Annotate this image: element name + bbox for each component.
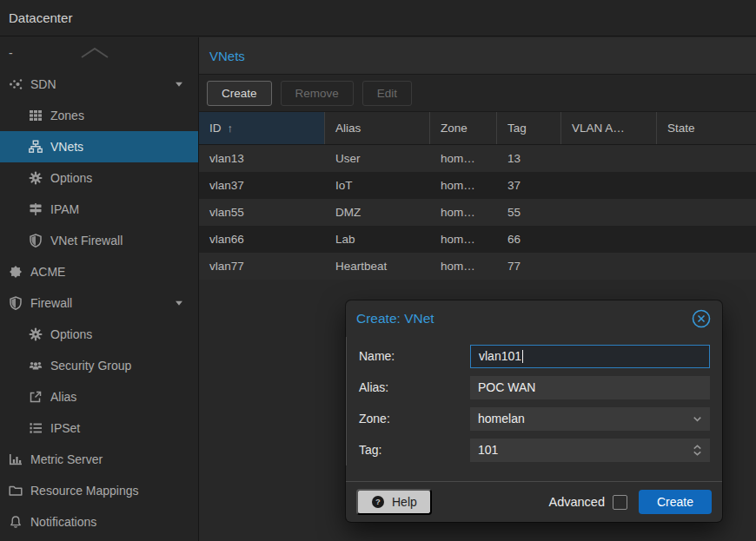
alias-field[interactable]: POC WAN (470, 376, 710, 399)
help-button[interactable]: ? Help (356, 489, 432, 515)
table-row[interactable]: vlan13 User hom… 13 (199, 145, 756, 172)
column-header-alias[interactable]: Alias (325, 112, 430, 144)
spinner-up-down-icon[interactable] (691, 443, 704, 458)
cell-alias: IoT (325, 172, 430, 199)
signpost-icon (29, 202, 43, 216)
column-header-id[interactable]: ID ↑ (199, 112, 325, 144)
table-row[interactable]: vlan55 DMZ hom… 55 (199, 199, 756, 226)
sidebar: - SDN Zones VNets Options (0, 37, 198, 541)
users-icon (29, 359, 43, 373)
close-icon[interactable] (691, 308, 712, 329)
cell-id: vlan37 (199, 172, 325, 199)
top-bar: Datacenter (0, 0, 756, 36)
advanced-checkbox[interactable] (613, 495, 627, 510)
sidebar-item-sdn-options[interactable]: Options (0, 162, 198, 194)
sidebar-item-label: Options (50, 171, 92, 185)
cell-tag: 55 (497, 199, 561, 226)
sidebar-item-resource-mappings[interactable]: Resource Mappings (0, 475, 198, 506)
sidebar-item-label: Options (50, 327, 92, 341)
create-button[interactable]: Create (207, 81, 272, 106)
sidebar-scroll-label: - (9, 46, 13, 60)
dialog-create-button[interactable]: Create (639, 490, 712, 514)
dialog-title: Create: VNet (356, 311, 434, 327)
ordered-list-icon (29, 421, 43, 435)
question-circle-icon: ? (371, 495, 385, 509)
sidebar-item-vnets[interactable]: VNets (0, 131, 198, 162)
sidebar-item-firewall-options[interactable]: Options (0, 319, 198, 350)
sidebar-item-sdn[interactable]: SDN (0, 69, 198, 100)
sidebar-item-label: Zones (50, 109, 84, 122)
sidebar-item-label: VNets (50, 140, 83, 154)
dialog-form: Name: vlan101 Alias: POC WAN Zone: homel… (346, 337, 722, 465)
sidebar-item-security-group[interactable]: Security Group (0, 350, 198, 381)
sidebar-item-label: Notifications (30, 515, 96, 529)
cell-tag: 13 (497, 145, 561, 172)
cell-zone: hom… (430, 226, 497, 253)
column-header-state[interactable]: State (657, 112, 756, 144)
table-row[interactable]: vlan66 Lab hom… 66 (199, 226, 756, 253)
sidebar-item-metric-server[interactable]: Metric Server (0, 444, 198, 475)
column-header-vlan-aware[interactable]: VLAN A… (561, 112, 657, 144)
shield-icon (9, 296, 23, 310)
dialog-header: Create: VNet (346, 300, 722, 337)
cell-zone: hom… (430, 172, 497, 199)
cell-alias: User (325, 145, 430, 172)
name-field-label: Name: (359, 349, 470, 363)
cell-state (657, 253, 756, 280)
gear-icon (29, 171, 43, 185)
cell-tag: 37 (497, 172, 561, 199)
folder-icon (9, 484, 23, 498)
sidebar-item-label: IPSet (50, 421, 80, 435)
cell-zone: hom… (430, 199, 497, 226)
grid-icon (29, 109, 43, 122)
cell-id: vlan13 (199, 145, 325, 172)
cell-vlan-aware (561, 172, 657, 199)
sidebar-item-acme[interactable]: ACME (0, 256, 198, 287)
caret-down-icon[interactable] (173, 78, 185, 90)
network-icon (29, 140, 43, 154)
sidebar-item-vnet-firewall[interactable]: VNet Firewall (0, 225, 198, 256)
sidebar-item-alias[interactable]: Alias (0, 381, 198, 412)
chevron-up-icon[interactable] (78, 46, 111, 60)
page-title: VNets (209, 49, 245, 63)
gear-icon (29, 327, 43, 341)
cell-tag: 77 (497, 253, 561, 280)
dialog-footer: ? Help Advanced Create (346, 481, 722, 522)
column-header-tag[interactable]: Tag (497, 112, 561, 144)
zone-field-label: Zone: (359, 412, 470, 426)
cell-id: vlan55 (199, 199, 325, 226)
name-field[interactable]: vlan101 (470, 345, 710, 368)
sidebar-item-zones[interactable]: Zones (0, 100, 198, 131)
certificate-icon (9, 265, 23, 279)
sidebar-item-ipset[interactable]: IPSet (0, 412, 198, 444)
table-row[interactable]: vlan77 Heartbeat hom… 77 (199, 253, 756, 280)
sidebar-item-label: Resource Mappings (30, 484, 139, 498)
column-header-zone[interactable]: Zone (430, 112, 497, 144)
sidebar-item-label: Firewall (30, 296, 72, 310)
chevron-down-icon[interactable] (691, 412, 704, 426)
sidebar-scroll-hint[interactable]: - (0, 37, 198, 69)
caret-down-icon[interactable] (173, 297, 185, 309)
sidebar-item-label: ACME (30, 265, 65, 279)
external-link-icon (29, 390, 43, 404)
cell-alias: DMZ (325, 199, 430, 226)
cell-state (657, 226, 756, 253)
sidebar-item-firewall[interactable]: Firewall (0, 287, 198, 319)
sidebar-item-label: SDN (30, 77, 56, 91)
table-row[interactable]: vlan37 IoT hom… 37 (199, 172, 756, 199)
cell-vlan-aware (561, 199, 657, 226)
cell-alias: Lab (325, 226, 430, 253)
cell-id: vlan66 (199, 226, 325, 253)
sidebar-item-label: Alias (50, 390, 76, 404)
sidebar-item-notifications[interactable]: Notifications (0, 506, 198, 538)
edit-button[interactable]: Edit (362, 81, 412, 106)
tag-spinner[interactable]: 101 (470, 439, 710, 462)
alias-field-label: Alias: (359, 380, 470, 394)
remove-button[interactable]: Remove (281, 81, 354, 106)
table-header: ID ↑ Alias Zone Tag VLAN A… State (199, 112, 756, 145)
sidebar-item-ipam[interactable]: IPAM (0, 194, 198, 225)
svg-text:?: ? (375, 497, 381, 506)
cell-state (657, 145, 756, 172)
zone-select[interactable]: homelan (470, 407, 710, 431)
cell-state (657, 172, 756, 199)
